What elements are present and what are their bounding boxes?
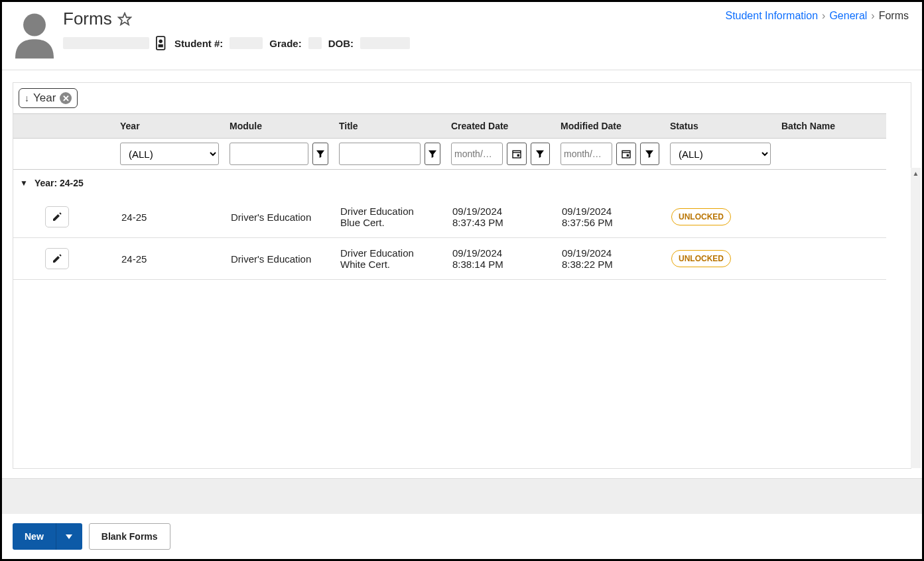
blank-forms-button[interactable]: Blank Forms [89,523,170,550]
col-header-title[interactable]: Title [334,113,446,139]
created-date-filter-input[interactable] [451,143,503,165]
calendar-icon [511,149,522,159]
breadcrumb: Student Information › General › Forms [725,9,909,22]
pencil-square-icon [52,253,62,264]
cell-batch [776,238,886,280]
caret-down-icon [66,533,72,540]
title-filter-input[interactable] [339,143,421,165]
breadcrumb-student-info[interactable]: Student Information [725,10,818,22]
vertical-scrollbar[interactable]: ▲ [911,168,921,468]
cell-modified: 09/19/20248:37:56 PM [555,196,665,238]
chevron-right-icon: › [871,10,874,22]
col-header-batch[interactable]: Batch Name [776,113,886,139]
student-number-label: Student #: [174,38,223,49]
funnel-icon [535,149,545,159]
chevron-right-icon: › [822,10,825,22]
sort-chip-year[interactable]: ↓ Year ✕ [19,88,78,108]
module-filter-button[interactable] [312,143,328,165]
caret-down-icon: ▼ [20,178,28,188]
title-filter-button[interactable] [425,143,440,165]
svg-rect-13 [626,155,628,156]
funnel-icon [427,149,438,159]
breadcrumb-current: Forms [879,10,909,22]
col-header-module[interactable]: Module [224,113,334,139]
dob-redacted [360,37,410,49]
id-card-icon [156,36,168,50]
cell-status: UNLOCKED [665,196,776,238]
col-header-created[interactable]: Created Date [446,113,555,139]
filter-cell-batch [776,139,886,170]
arrow-down-icon: ↓ [25,93,29,103]
created-date-picker-button[interactable] [507,143,527,165]
student-number-redacted [230,37,263,49]
created-date-filter-button[interactable] [531,143,551,165]
dob-label: DOB: [328,38,354,49]
header-main: Forms Student #: Grade: DOB: [63,9,725,50]
cell-modified: 09/19/20248:38:22 PM [555,238,665,280]
student-info-row: Student #: Grade: DOB: [63,36,725,50]
svg-point-3 [159,40,163,43]
group-heading: Year: 24-25 [34,178,84,188]
sort-chip-label: Year [33,92,56,105]
svg-marker-1 [119,13,131,24]
clear-sort-icon[interactable]: ✕ [60,92,72,104]
cell-year: 24-25 [115,196,224,238]
pencil-square-icon [52,212,62,222]
modified-date-filter-input[interactable] [561,143,612,165]
cell-created: 09/19/20248:37:43 PM [446,196,555,238]
expand-cell [13,196,38,238]
edit-row-button[interactable] [45,248,69,269]
svg-rect-10 [517,155,519,156]
forms-panel: ↓ Year ✕ Year Module Title Created Date … [13,82,911,469]
cell-title: Driver EducationWhite Cert. [334,238,446,280]
calendar-icon [621,149,631,159]
col-header-expand [13,113,38,139]
breadcrumb-general[interactable]: General [829,10,867,22]
svg-rect-4 [159,44,163,48]
expand-cell [13,238,38,280]
cell-module: Driver's Education [224,196,334,238]
new-button[interactable]: New [13,523,56,550]
svg-rect-8 [513,151,521,158]
col-header-edit [38,113,115,139]
page-header: Forms Student #: Grade: DOB: Student I [2,2,922,70]
action-bar: New Blank Forms [2,514,922,559]
new-dropdown-button[interactable] [56,523,82,550]
filter-cell-edit [38,139,115,170]
col-header-status[interactable]: Status [665,113,776,139]
modified-date-picker-button[interactable] [616,143,636,165]
col-header-modified[interactable]: Modified Date [555,113,665,139]
student-name-redacted [63,37,149,49]
funnel-icon [315,149,326,159]
footer-spacer [2,478,922,514]
module-filter-input[interactable] [230,143,308,165]
modified-date-filter-button[interactable] [640,143,660,165]
cell-module: Driver's Education [224,238,334,280]
col-header-year[interactable]: Year [115,113,224,139]
cell-year: 24-25 [115,238,224,280]
svg-rect-11 [622,151,630,158]
status-badge: UNLOCKED [671,250,731,267]
scroll-up-icon[interactable]: ▲ [911,168,921,178]
cell-created: 09/19/20248:38:14 PM [446,238,555,280]
person-icon [15,9,54,60]
grade-label: Grade: [269,38,301,49]
svg-point-0 [23,14,46,36]
cell-batch [776,196,886,238]
grade-redacted [308,37,322,49]
forms-grid: Year Module Title Created Date Modified … [13,113,911,280]
filter-cell-expand [13,139,38,170]
group-row-year[interactable]: ▼ Year: 24-25 [13,170,886,196]
student-avatar [15,9,54,60]
funnel-icon [644,149,655,159]
cell-title: Driver EducationBlue Cert. [334,196,446,238]
favorite-star-icon[interactable] [117,12,132,27]
status-badge: UNLOCKED [671,208,731,225]
status-filter-select[interactable]: (ALL) [670,143,771,165]
cell-status: UNLOCKED [665,238,776,280]
page-title: Forms [63,9,112,29]
year-filter-select[interactable]: (ALL) [120,143,219,165]
edit-row-button[interactable] [45,206,69,227]
